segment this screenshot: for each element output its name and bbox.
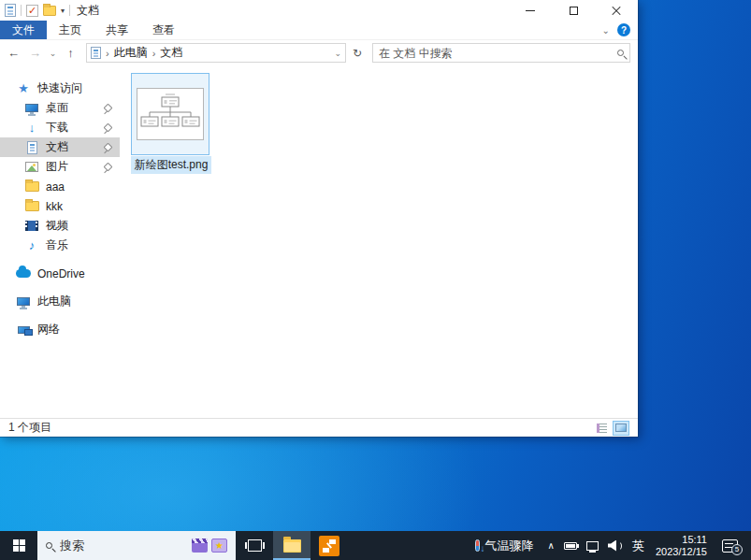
- minimize-button[interactable]: [509, 0, 552, 21]
- pin-icon: [104, 124, 111, 132]
- file-selection-highlight: [131, 73, 209, 155]
- folder-icon: [24, 199, 39, 214]
- sidebar-item-kkk[interactable]: kkk: [0, 196, 120, 216]
- minimize-icon: [526, 10, 535, 11]
- clapperboard-icon[interactable]: [192, 538, 208, 553]
- up-button[interactable]: ↑: [61, 46, 80, 60]
- ribbon-expand-icon[interactable]: ⌄: [602, 25, 610, 36]
- help-icon[interactable]: ?: [617, 23, 630, 36]
- location-icon: [91, 47, 101, 59]
- tab-view[interactable]: 查看: [140, 21, 187, 39]
- sidebar-item-quick-access[interactable]: ★ 快速访问: [0, 79, 120, 98]
- clock[interactable]: 15:11 2023/12/15: [650, 534, 713, 558]
- maximize-button[interactable]: [552, 0, 595, 21]
- thumbnail-view-button[interactable]: [613, 421, 629, 436]
- address-input[interactable]: › 此电脑 › 文档 ⌄: [86, 43, 346, 63]
- volume-button[interactable]: [603, 531, 627, 560]
- qat-properties-icon[interactable]: ✓: [26, 5, 38, 17]
- date: 2023/12/15: [656, 546, 707, 558]
- sidebar-item-desktop[interactable]: 桌面: [0, 98, 120, 118]
- item-count: 1 个项目: [8, 420, 51, 436]
- ribbon-right-controls: ⌄ ?: [602, 21, 638, 39]
- thumbnail-view-icon: [615, 424, 627, 432]
- file-explorer-taskbar-button[interactable]: [273, 531, 311, 560]
- thermometer-icon: [475, 539, 480, 552]
- pictures-icon: [24, 160, 39, 175]
- task-view-button[interactable]: [236, 531, 273, 560]
- taskbar-search-input[interactable]: [60, 538, 184, 553]
- divider: [69, 5, 70, 16]
- forward-button[interactable]: →: [25, 46, 45, 60]
- status-bar: 1 个项目: [0, 418, 638, 437]
- videos-icon: [24, 219, 39, 234]
- taskbar-search-box[interactable]: ★: [37, 531, 236, 560]
- pin-icon: [104, 105, 111, 112]
- taskbar: ★ 气温骤降 ∧ 英 15:11 2023/12/15 5: [0, 531, 751, 560]
- qat-new-folder-icon[interactable]: [43, 6, 56, 16]
- sidebar-item-this-pc[interactable]: 此电脑: [0, 292, 120, 311]
- explorer-window: ✓ ▾ 文档 文件 主页 共享 查看 ⌄ ? ← → ⌄ ↑ › 此电脑 › 文…: [0, 0, 638, 437]
- file-list-pane[interactable]: 新绘图test.png: [120, 65, 638, 418]
- sidebar-item-network[interactable]: 网络: [0, 320, 120, 339]
- volume-icon: [608, 540, 622, 552]
- file-explorer-icon: [283, 539, 301, 553]
- maximize-icon: [570, 7, 578, 15]
- details-view-icon: [597, 424, 607, 433]
- star-window-icon[interactable]: ★: [211, 538, 227, 553]
- task-view-icon: [248, 539, 262, 552]
- tab-share[interactable]: 共享: [94, 21, 140, 39]
- sidebar-item-music[interactable]: ♪ 音乐: [0, 236, 120, 255]
- divider: [21, 5, 22, 16]
- system-tray: 气温骤降 ∧ 英 15:11 2023/12/15 5: [466, 531, 751, 560]
- time: 15:11: [656, 534, 707, 546]
- window-title: 文档: [77, 3, 99, 19]
- close-button[interactable]: [595, 0, 638, 21]
- breadcrumb-documents[interactable]: 文档: [160, 45, 182, 61]
- music-icon: ♪: [24, 238, 39, 253]
- sidebar-item-documents[interactable]: 文档: [0, 137, 120, 157]
- this-pc-icon: [16, 294, 31, 309]
- input-language-button[interactable]: 英: [627, 538, 650, 554]
- weather-widget[interactable]: 气温骤降: [466, 531, 543, 560]
- ribbon-tabs: 文件 主页 共享 查看 ⌄ ?: [0, 21, 638, 40]
- start-button[interactable]: [0, 531, 37, 560]
- notification-center-button[interactable]: 5: [722, 539, 738, 553]
- titlebar: ✓ ▾ 文档: [0, 0, 638, 21]
- pin-icon: [104, 164, 111, 171]
- breadcrumb-separator: ›: [152, 48, 156, 59]
- search-box: [372, 43, 630, 63]
- pin-icon: [104, 144, 111, 151]
- folder-icon: [24, 179, 39, 194]
- drawio-taskbar-button[interactable]: [311, 531, 348, 560]
- sidebar-item-videos[interactable]: 视频: [0, 216, 120, 236]
- battery-button[interactable]: [559, 531, 582, 560]
- sidebar-item-downloads[interactable]: ↓ 下载: [0, 118, 120, 137]
- network-button[interactable]: [582, 531, 603, 560]
- weather-text: 气温骤降: [485, 538, 534, 554]
- search-icon: [617, 50, 624, 56]
- desktop-icon: [24, 101, 39, 116]
- documents-icon: [24, 140, 39, 155]
- hidden-icons-button[interactable]: ∧: [543, 531, 559, 560]
- search-highlights: ★: [192, 538, 227, 553]
- search-icon: [46, 542, 52, 549]
- network-icon: [16, 323, 31, 337]
- recent-locations-icon[interactable]: ⌄: [47, 49, 59, 58]
- details-view-button[interactable]: [593, 421, 610, 436]
- breadcrumb-this-pc[interactable]: 此电脑: [114, 45, 148, 61]
- tab-home[interactable]: 主页: [47, 21, 94, 39]
- navigation-pane: ★ 快速访问 桌面 ↓ 下载 文档 图片: [0, 65, 120, 418]
- search-input[interactable]: [379, 47, 614, 60]
- back-button[interactable]: ←: [4, 46, 23, 60]
- qat-dropdown-icon[interactable]: ▾: [61, 7, 65, 15]
- sidebar-item-aaa[interactable]: aaa: [0, 177, 120, 196]
- file-item-selected[interactable]: 新绘图test.png: [131, 73, 211, 174]
- sidebar-item-onedrive[interactable]: OneDrive: [0, 264, 120, 283]
- tab-file[interactable]: 文件: [0, 21, 47, 39]
- sidebar-item-pictures[interactable]: 图片: [0, 157, 120, 177]
- battery-icon: [564, 542, 577, 550]
- refresh-icon[interactable]: ↻: [348, 47, 367, 60]
- address-dropdown-icon[interactable]: ⌄: [334, 49, 341, 58]
- quick-access-star-icon: ★: [16, 81, 31, 96]
- breadcrumb-separator: ›: [106, 48, 109, 59]
